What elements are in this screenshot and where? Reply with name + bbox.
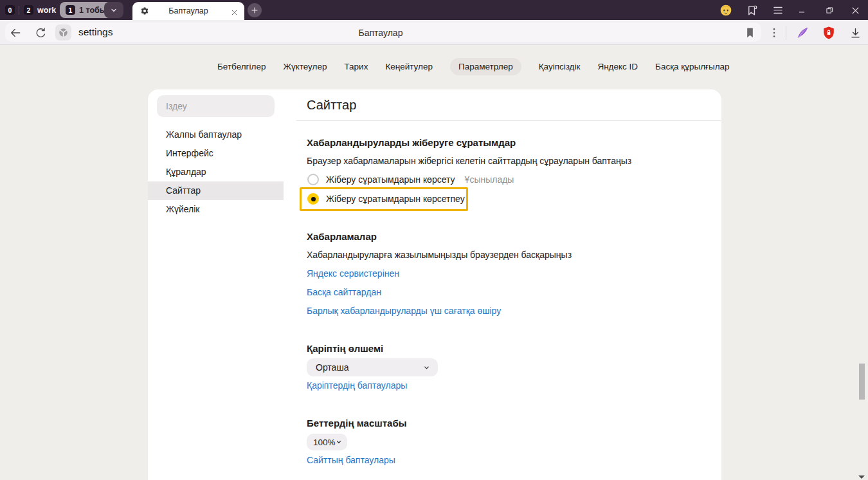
kebab-menu-icon xyxy=(770,28,779,38)
avatar[interactable] xyxy=(719,3,733,17)
tab-group-expand-button[interactable] xyxy=(104,2,123,18)
push-requests-description: Браузер хабарламаларын жібергісі келетін… xyxy=(307,156,631,166)
sidebar-item-general[interactable]: Жалпы баптаулар xyxy=(148,125,284,144)
close-icon xyxy=(851,6,860,15)
scrollbar-thumb[interactable] xyxy=(859,364,865,400)
link-other-sites[interactable]: Басқа сайттардан xyxy=(307,287,381,297)
search-input[interactable] xyxy=(157,95,275,117)
sidebar-item-interface[interactable]: Интерфейс xyxy=(148,144,284,163)
page-zoom-select[interactable]: 100% xyxy=(307,434,347,450)
titlebar-divider xyxy=(19,6,19,15)
link-site-settings[interactable]: Сайттың баптаулары xyxy=(307,455,395,465)
omnibox-page-title: Баптаулар xyxy=(0,28,761,38)
collections-icon xyxy=(746,5,758,17)
tab-group-work[interactable]: 2 work xyxy=(24,5,56,15)
minimize-icon xyxy=(797,6,806,15)
radio-option-hide-requests[interactable]: Жіберу сұратымдарын көрсетпеу xyxy=(307,193,465,205)
radio-label: Жіберу сұратымдарын көрсету xyxy=(326,174,455,185)
restore-icon xyxy=(825,6,834,15)
notifications-title: Хабарламалар xyxy=(307,231,377,242)
radio-option-show-requests[interactable]: Жіберу сұратымдарын көрсету Ұсынылады xyxy=(307,174,514,185)
browser-menu-button[interactable] xyxy=(771,3,785,17)
tab-yandex-id[interactable]: Яндекс ID xyxy=(597,62,638,71)
tab-extensions[interactable]: Кеңейтулер xyxy=(385,62,433,71)
settings-card: Жалпы баптаулар Интерфейс Құралдар Сайтт… xyxy=(148,89,721,480)
chevron-down-icon xyxy=(336,439,342,445)
recommended-badge: Ұсынылады xyxy=(465,174,514,185)
font-size-select[interactable]: Орташа xyxy=(307,358,438,376)
tab-settings[interactable]: Параметрлер xyxy=(450,58,521,75)
tab-group-zero[interactable]: 0 xyxy=(5,5,15,15)
section-divider xyxy=(296,120,721,121)
sidebar-item-system[interactable]: Жүйелік xyxy=(148,200,284,219)
notifications-description: Хабарландыруларға жазылымыңызды браузерд… xyxy=(307,250,572,260)
protect-shield-button[interactable] xyxy=(821,25,836,41)
close-window-button[interactable] xyxy=(848,3,862,17)
push-requests-title: Хабарландыруларды жіберуге сұратымдар xyxy=(307,137,516,148)
toolbar-separator xyxy=(786,26,786,40)
tab-other-devices[interactable]: Басқа құрылғылар xyxy=(655,62,730,71)
new-tab-button[interactable] xyxy=(248,3,262,17)
settings-nav-tabs: Бетбелгілер Жүктеулер Тарих Кеңейтулер П… xyxy=(217,58,730,75)
link-font-settings[interactable]: Қаріптердің баптаулары xyxy=(307,380,407,391)
shield-lock-icon xyxy=(822,26,836,40)
address-toolbar: settings Баптаулар xyxy=(0,20,868,45)
collections-panel-button[interactable] xyxy=(745,3,759,17)
page-actions-button[interactable] xyxy=(766,25,782,41)
font-size-title: Қаріптің өлшемі xyxy=(307,343,383,354)
page-zoom-title: Беттердің масштабы xyxy=(307,418,407,429)
tab-title: Баптаулар xyxy=(132,6,244,15)
tab-downloads[interactable]: Жүктеулер xyxy=(283,62,327,71)
bookmark-button[interactable] xyxy=(742,25,757,41)
lightpen-extension-button[interactable] xyxy=(795,25,810,41)
hamburger-menu-icon xyxy=(772,5,784,15)
font-size-value: Орташа xyxy=(316,362,348,373)
tab-group-count-badge: 1 xyxy=(66,5,75,15)
tab-group-label: work xyxy=(37,6,56,15)
plus-icon xyxy=(251,6,258,14)
tab-bookmarks[interactable]: Бетбелгілер xyxy=(217,62,266,71)
chevron-down-icon xyxy=(110,6,118,14)
link-yandex-services[interactable]: Яндекс сервистерінен xyxy=(307,268,399,279)
browser-window: 0 2 work 1 1 тобы Баптаулар xyxy=(0,0,868,480)
feather-icon xyxy=(795,26,809,40)
active-tab[interactable]: Баптаулар xyxy=(132,2,244,20)
scroll-down-arrow-icon xyxy=(857,474,866,480)
tab-group-label: 1 тобы xyxy=(79,6,106,15)
downloads-button[interactable] xyxy=(847,25,863,41)
settings-page: Бетбелгілер Жүктеулер Тарих Кеңейтулер П… xyxy=(0,45,868,480)
tab-history[interactable]: Тарих xyxy=(344,62,368,71)
link-mute-all-notifications[interactable]: Барлық хабарландыруларды үш сағатқа өшір… xyxy=(307,306,501,316)
chevron-down-icon xyxy=(423,364,430,371)
sidebar-item-sites[interactable]: Сайттар xyxy=(148,181,284,200)
radio-label: Жіберу сұратымдарын көрсетпеу xyxy=(326,194,465,204)
page-zoom-value: 100% xyxy=(313,438,336,447)
tab-close-icon[interactable] xyxy=(231,7,238,19)
tab-group-count-badge: 2 xyxy=(24,5,33,15)
restore-button[interactable] xyxy=(822,3,836,17)
tab-security[interactable]: Қауіпсіздік xyxy=(539,62,581,71)
minimize-button[interactable] xyxy=(795,3,809,17)
page-title: Сайттар xyxy=(307,98,356,113)
titlebar: 0 2 work 1 1 тобы Баптаулар xyxy=(0,0,868,20)
radio-selected-icon[interactable] xyxy=(307,193,319,205)
radio-unselected-icon[interactable] xyxy=(307,174,319,185)
download-icon xyxy=(849,27,862,39)
bookmark-icon xyxy=(746,28,754,38)
sidebar-item-tools[interactable]: Құралдар xyxy=(148,163,284,181)
scrollbar-down-button[interactable] xyxy=(857,471,866,480)
